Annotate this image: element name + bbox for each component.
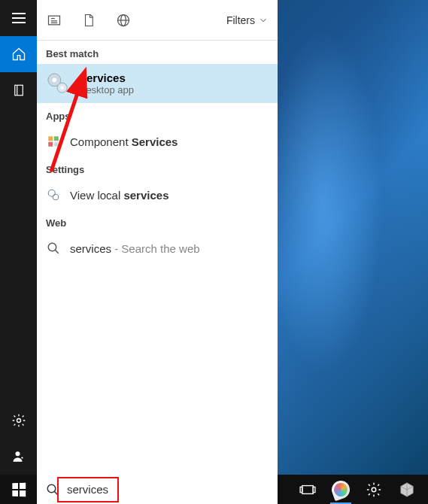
task-view-button[interactable]: [291, 475, 324, 504]
start-button[interactable]: [0, 475, 37, 504]
settings-button[interactable]: [0, 402, 37, 439]
result-services-app[interactable]: Services Desktop app: [37, 64, 278, 103]
tab-web[interactable]: [115, 12, 132, 29]
home-icon: [11, 47, 26, 62]
notebook-button[interactable]: [0, 72, 37, 108]
result-subtitle: Desktop app: [79, 84, 134, 96]
result-component-services[interactable]: Component Services: [37, 126, 278, 156]
search-results-panel: Filters Best match Services Desktop app …: [37, 0, 278, 475]
svg-rect-17: [54, 136, 59, 141]
svg-rect-18: [48, 142, 53, 147]
taskbar: [0, 475, 428, 504]
svg-point-26: [47, 484, 56, 493]
task-view-icon: [299, 483, 316, 496]
taskbar-app-generic[interactable]: [390, 475, 423, 504]
chevron-down-icon: [258, 15, 269, 26]
feedback-button[interactable]: [0, 439, 37, 475]
svg-point-3: [15, 451, 20, 456]
result-web-search[interactable]: services - Search the web: [37, 233, 278, 263]
result-text: View local services: [70, 189, 169, 202]
hamburger-icon: [12, 13, 26, 23]
result-text: Component Services: [70, 135, 178, 148]
desktop-wallpaper: [278, 0, 428, 504]
svg-line-27: [54, 491, 58, 495]
search-input[interactable]: [67, 483, 269, 496]
svg-point-20: [48, 190, 55, 196]
notebook-icon: [12, 83, 26, 97]
gear-icon: [366, 481, 382, 498]
search-icon: [46, 483, 59, 496]
windows-logo-icon: [12, 482, 26, 496]
svg-rect-5: [49, 16, 60, 25]
tab-documents[interactable]: [80, 12, 97, 29]
svg-point-22: [48, 243, 56, 251]
svg-point-21: [53, 194, 59, 200]
menu-button[interactable]: [0, 0, 37, 36]
cube-icon: [399, 481, 415, 498]
section-settings: Settings: [37, 156, 278, 180]
person-icon: [12, 450, 26, 463]
section-best-match: Best match: [37, 41, 278, 64]
svg-rect-0: [14, 85, 23, 96]
news-icon: [47, 13, 62, 28]
search-icon: [46, 241, 61, 256]
section-apps: Apps: [37, 103, 278, 126]
svg-point-15: [60, 86, 64, 90]
taskbar-settings[interactable]: [357, 475, 390, 504]
local-services-icon: [46, 187, 61, 202]
result-title: Services: [79, 71, 134, 84]
home-button[interactable]: [0, 36, 37, 72]
filters-label: Filters: [226, 14, 255, 26]
svg-point-4: [21, 457, 23, 458]
paint-icon: [329, 478, 353, 501]
svg-point-19: [54, 142, 59, 147]
services-gear-icon: [46, 71, 70, 96]
filters-dropdown[interactable]: Filters: [226, 14, 269, 26]
svg-rect-16: [48, 136, 53, 141]
gear-icon: [11, 413, 26, 428]
panel-header: Filters: [37, 0, 278, 41]
svg-point-31: [372, 487, 376, 492]
result-text: services - Search the web: [70, 242, 200, 255]
system-tray: [291, 475, 428, 504]
svg-rect-30: [313, 487, 315, 492]
cortana-left-rail: [0, 0, 37, 475]
svg-point-13: [53, 78, 57, 83]
globe-icon: [116, 13, 131, 28]
svg-point-2: [17, 419, 20, 423]
tab-apps[interactable]: [46, 12, 62, 29]
taskbar-search-box[interactable]: [37, 475, 278, 504]
result-view-local-services[interactable]: View local services: [37, 180, 278, 210]
document-icon: [82, 13, 96, 28]
svg-rect-28: [302, 485, 313, 493]
section-web: Web: [37, 210, 278, 233]
component-services-icon: [46, 134, 61, 149]
svg-rect-29: [300, 487, 302, 492]
taskbar-app-paint[interactable]: [324, 475, 357, 504]
svg-line-23: [55, 250, 59, 254]
